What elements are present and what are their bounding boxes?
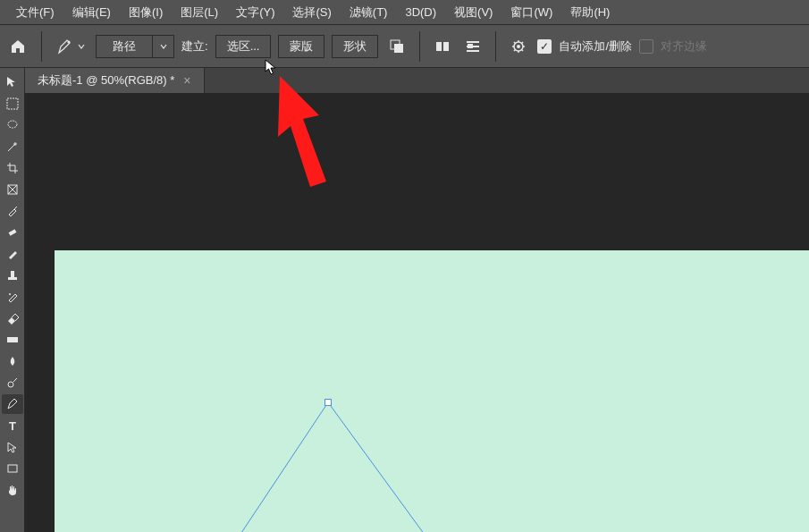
align-button[interactable] (431, 35, 454, 58)
align-edges-label: 对齐边缘 (661, 38, 707, 55)
toolbox: T (0, 68, 25, 532)
menu-view[interactable]: 视图(V) (445, 0, 501, 24)
arrange-button[interactable] (461, 35, 485, 58)
svg-text:T: T (9, 419, 16, 432)
options-bar: 路径 建立: 选区... 蒙版 形状 ✓ 自动添加/删除 对齐边缘 (0, 25, 809, 68)
svg-rect-8 (7, 98, 18, 109)
align-edges-checkbox[interactable] (639, 39, 653, 54)
menu-select[interactable]: 选择(S) (283, 0, 340, 24)
tool-type[interactable]: T (2, 416, 23, 435)
path-mode-label: 路径 (97, 38, 152, 55)
tool-eraser[interactable] (2, 308, 23, 328)
menu-3d[interactable]: 3D(D) (396, 0, 445, 24)
svg-point-14 (9, 293, 11, 295)
chevron-down-icon (78, 43, 85, 50)
make-label: 建立: (181, 38, 208, 55)
menu-type[interactable]: 文字(Y) (227, 0, 283, 24)
menu-layer[interactable]: 图层(L) (172, 0, 227, 24)
path-mode-select[interactable]: 路径 (96, 35, 174, 58)
canvas-viewport[interactable] (25, 93, 809, 532)
tool-stamp[interactable] (2, 266, 23, 285)
svg-rect-13 (8, 277, 17, 280)
divider (419, 31, 420, 62)
canvas[interactable] (55, 250, 809, 532)
document-tab[interactable]: 未标题-1 @ 50%(RGB/8) * × (25, 68, 205, 93)
tool-frame[interactable] (2, 180, 23, 199)
svg-rect-4 (443, 42, 449, 51)
gear-button[interactable] (507, 35, 530, 58)
tool-pen[interactable] (2, 394, 23, 414)
svg-point-0 (68, 40, 71, 43)
menu-edit[interactable]: 编辑(E) (63, 0, 120, 24)
menu-filter[interactable]: 滤镜(T) (341, 0, 397, 24)
svg-point-16 (8, 382, 13, 387)
path-line (55, 250, 809, 532)
gear-icon (511, 39, 526, 54)
tool-history[interactable] (2, 287, 23, 307)
document-tabs: 未标题-1 @ 50%(RGB/8) * × (25, 68, 809, 93)
svg-point-9 (8, 121, 17, 128)
pen-icon (56, 38, 74, 55)
tool-wand[interactable] (2, 137, 23, 156)
tab-close-button[interactable]: × (183, 73, 190, 88)
make-selection-button[interactable]: 选区... (215, 35, 272, 58)
tool-shape[interactable] (2, 459, 23, 478)
divider (41, 31, 42, 62)
svg-rect-18 (8, 465, 17, 472)
menu-window[interactable]: 窗口(W) (501, 0, 561, 24)
tool-gradient[interactable] (2, 330, 23, 350)
menu-help[interactable]: 帮助(H) (561, 0, 619, 24)
auto-add-remove-label: 自动添加/删除 (559, 38, 632, 55)
svg-point-7 (517, 45, 520, 48)
tool-move[interactable] (2, 72, 23, 92)
tool-path-select[interactable] (2, 437, 23, 457)
pen-tool-indicator[interactable] (53, 34, 88, 59)
chevron-down-icon (152, 36, 173, 57)
tool-eyedropper[interactable] (2, 201, 23, 221)
document-area: 未标题-1 @ 50%(RGB/8) * × (25, 68, 809, 532)
svg-rect-11 (9, 229, 17, 235)
svg-rect-12 (11, 271, 14, 277)
tool-brush[interactable] (2, 244, 23, 264)
tool-dodge[interactable] (2, 373, 23, 393)
menubar: 文件(F) 编辑(E) 图像(I) 图层(L) 文字(Y) 选择(S) 滤镜(T… (0, 0, 809, 25)
tool-blur[interactable] (2, 351, 23, 371)
tool-heal[interactable] (2, 223, 23, 242)
tool-crop[interactable] (2, 158, 23, 178)
path-ops-button[interactable] (385, 35, 409, 58)
auto-add-remove-checkbox[interactable]: ✓ (537, 39, 552, 54)
tool-hand[interactable] (2, 480, 23, 500)
svg-rect-15 (7, 337, 18, 342)
home-button[interactable] (5, 34, 30, 59)
svg-rect-3 (436, 42, 442, 51)
workspace: T 未标题-1 @ 50%(RGB/8) * × (0, 68, 809, 532)
menu-file[interactable]: 文件(F) (7, 0, 63, 24)
make-shape-button[interactable]: 形状 (332, 35, 378, 58)
divider (495, 31, 496, 62)
tool-marquee[interactable] (2, 94, 23, 114)
svg-rect-5 (468, 44, 473, 48)
tool-lasso[interactable] (2, 115, 23, 135)
svg-rect-2 (394, 44, 403, 53)
menu-image[interactable]: 图像(I) (120, 0, 172, 24)
make-mask-button[interactable]: 蒙版 (278, 35, 324, 58)
tab-title: 未标题-1 @ 50%(RGB/8) * (38, 72, 174, 89)
path-anchor[interactable] (324, 399, 332, 406)
